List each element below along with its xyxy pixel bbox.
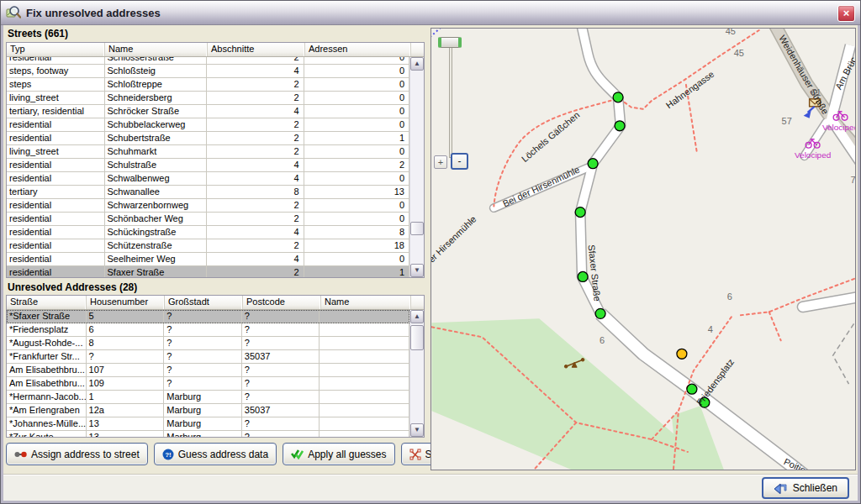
address-row[interactable]: *Hermann-Jacob...1Marburg? [7,391,409,404]
address-marker-green[interactable] [687,384,697,394]
address-marker-orange[interactable] [677,349,687,359]
street-row[interactable]: residentialSchützenstraße218 [7,239,409,253]
street-row[interactable]: residentialSchwarzenbornweg20 [7,199,409,213]
street-row[interactable]: residentialSeelheimer Weg40 [7,253,409,266]
addr-col-name[interactable]: Name [321,296,411,309]
addr-col-grossstadt[interactable]: Großstadt [165,296,243,309]
table-cell: residential [7,159,105,172]
scroll-up-icon[interactable]: ▲ [410,310,424,323]
table-cell: *Zur Kaute [7,431,87,437]
street-row[interactable]: residentialSchwalbenweg40 [7,172,409,186]
address-row[interactable]: *Sfaxer Straße5?? [7,310,409,323]
close-window-button[interactable]: × [837,5,855,22]
zoom-in-button[interactable]: + [434,155,447,169]
address-row[interactable]: *August-Rohde-...8?? [7,337,409,350]
table-cell: 2 [207,213,304,226]
streets-col-name[interactable]: Name [105,43,208,56]
table-cell: Schloßtreppe [105,78,207,92]
address-marker-green[interactable] [575,207,585,218]
address-row[interactable]: *Am Erlengraben12aMarburg35037 [7,404,409,417]
street-row[interactable]: tertiarySchwanallee813 [7,186,409,199]
apply-label: Apply all guesses [308,449,386,460]
addr-col-strasse[interactable]: Straße [7,296,87,309]
table-cell: residential [7,132,105,145]
street-row[interactable]: residentialSchubbelackerweg20 [7,118,409,132]
addr-col-postcode[interactable]: Postcode [243,296,321,309]
table-cell: residential [7,253,105,266]
table-cell: Schwarzenbornweg [105,199,207,213]
table-cell: Schwalbenweg [105,172,207,186]
table-cell: 4 [207,105,304,118]
address-marker-green[interactable] [595,308,605,318]
streets-scroll-thumb[interactable] [410,222,424,235]
table-cell: 4 [207,253,304,266]
map-number-label: 6 [727,291,732,302]
map-number-label: 45 [726,29,736,36]
scroll-down-icon[interactable]: ▼ [410,264,424,277]
svg-text:?!: ?! [165,451,172,459]
street-row[interactable]: residentialSchönbacher Weg20 [7,213,409,226]
address-marker-green[interactable] [588,159,598,169]
address-row[interactable]: *Frankfurter Str...??35037 [7,350,409,364]
guess-address-button[interactable]: ?! Guess address data [154,443,277,465]
apply-icon [291,449,304,459]
street-row[interactable]: living_streetSchneidersberg20 [7,92,409,105]
address-row[interactable]: *Zur Kaute13Marburg? [7,431,409,437]
table-cell: 0 [304,57,409,65]
zoom-slider[interactable] [449,40,452,158]
table-cell: Sfaxer Straße [105,266,207,277]
map-number-label: 4 [708,324,713,334]
table-cell: 1 [87,391,165,404]
scroll-down-icon[interactable]: ▼ [410,423,424,437]
apply-guesses-button[interactable]: Apply all guesses [283,443,394,465]
address-marker-green[interactable] [615,121,625,131]
address-row[interactable]: Am Elisabethbru...109?? [7,377,409,391]
table-cell: 0 [304,199,409,213]
map-view[interactable]: Löchels GäßchenHahnengasseBei der Hirsen… [430,28,856,470]
table-cell: living_street [7,145,105,159]
streets-col-typ[interactable]: Typ [7,43,105,56]
table-cell: Schlösserstraße [105,57,207,65]
title-bar[interactable]: Fix unresolved addresses × [1,1,860,25]
table-cell: ? [87,350,165,364]
address-marker-green[interactable] [613,92,623,102]
table-cell: 4 [207,65,304,78]
addresses-scroll-thumb[interactable] [410,325,424,350]
street-row[interactable]: residentialSchulstraße42 [7,159,409,172]
address-row[interactable]: *Johannes-Mülle...13Marburg? [7,417,409,431]
close-dialog-button[interactable]: Schließen [762,477,849,499]
street-row[interactable]: residentialSchlösserstraße20 [7,57,409,65]
table-cell: 0 [304,253,409,266]
table-cell: Marburg [164,391,242,404]
table-cell: ? [242,377,320,391]
fix-addresses-dialog: Fix unresolved addresses × Streets (661)… [0,0,861,504]
address-marker-green[interactable] [578,271,588,281]
street-row[interactable]: steps, footwaySchloßsteig40 [7,65,409,78]
table-cell [320,323,409,337]
streets-col-abschnitte[interactable]: Abschnitte [208,43,305,56]
street-row[interactable]: residentialSchückingstraße48 [7,226,409,239]
table-cell: Schneidersberg [105,92,207,105]
streets-scrollbar[interactable]: ▲ ▼ [409,57,424,277]
addr-col-housenumber[interactable]: Housenumber [87,296,165,309]
address-row[interactable]: Am Elisabethbru...107?? [7,364,409,377]
table-cell: 0 [304,78,409,92]
street-row[interactable]: residentialSfaxer Straße21 [7,266,409,277]
zoom-slider-handle[interactable] [438,37,462,48]
assign-address-button[interactable]: Assign address to street [6,443,148,465]
street-row[interactable]: stepsSchloßtreppe20 [7,78,409,92]
table-cell: 4 [207,159,304,172]
table-cell: Am Elisabethbru... [7,377,87,391]
bottom-bar: Schließen [3,474,858,501]
table-cell: Schulstraße [105,159,207,172]
street-row[interactable]: living_streetSchuhmarkt20 [7,145,409,159]
street-row[interactable]: tertiary, residentialSchröcker Straße40 [7,105,409,118]
scroll-up-icon[interactable]: ▲ [410,57,424,71]
table-cell: Marburg [164,431,242,437]
address-row[interactable]: *Friedensplatz6?? [7,323,409,337]
addresses-scrollbar[interactable]: ▲ ▼ [409,310,424,437]
street-row[interactable]: residentialSchubertstraße21 [7,132,409,145]
table-cell: 1 [304,266,409,277]
zoom-out-button[interactable]: - [451,153,468,170]
streets-col-adressen[interactable]: Adressen [305,43,411,56]
